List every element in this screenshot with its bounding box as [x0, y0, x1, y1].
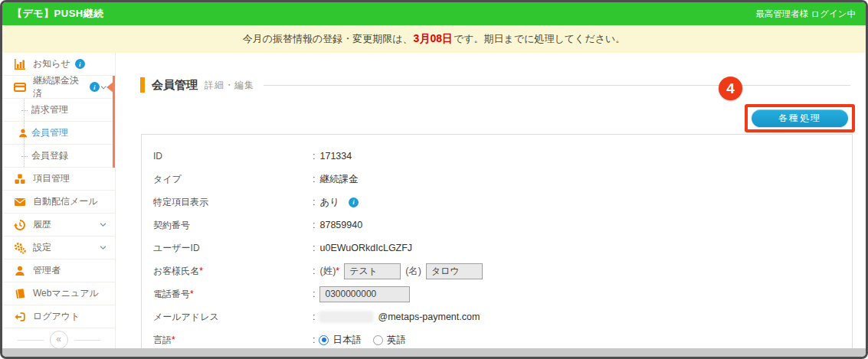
chevron-down-icon	[99, 220, 107, 229]
redacted-email-local-part	[319, 312, 373, 322]
annotation-highlight-rect: 各種処理	[745, 104, 855, 132]
user-icon	[18, 128, 28, 139]
radio-english[interactable]	[373, 335, 383, 345]
field-label: ユーザーID	[153, 242, 313, 255]
sidebar-label: 請求管理	[31, 103, 68, 116]
form-row-customer-name: お客様氏名* : (姓)* (名)	[153, 259, 852, 282]
field-label: 言語*	[153, 334, 313, 347]
envelope-icon	[14, 196, 26, 208]
sidebar-label: 会員管理	[31, 126, 68, 139]
sidebar-item-recurring-billing[interactable]: 継続課金決済 i	[2, 76, 115, 99]
colon: :	[313, 266, 315, 276]
field-label: 特定項目表示	[153, 196, 313, 209]
various-processing-button[interactable]: 各種処理	[752, 109, 848, 127]
notice-text-after: です。期日までに処理してください。	[454, 32, 625, 46]
field-value-special-display: あり	[319, 196, 339, 209]
tree-dash	[21, 156, 28, 157]
tree-dash	[21, 110, 28, 111]
radio-japanese[interactable]	[319, 335, 329, 345]
page-title: 会員管理	[152, 78, 198, 93]
sidebar-item-billing-mgmt[interactable]: 請求管理	[2, 99, 115, 122]
sidebar-label: 自動配信メール	[33, 195, 98, 208]
email-domain: @metaps-payment.com	[378, 312, 480, 322]
last-name-input[interactable]	[344, 263, 401, 279]
annotation-step-badge: 4	[719, 77, 742, 100]
field-value-user-id: u0EWuORkdIcLGZFJ	[319, 243, 412, 253]
form-row-user-id: ユーザーID : u0EWuORkdIcLGZFJ	[153, 237, 852, 259]
sign-out-icon	[14, 311, 26, 323]
colon: :	[313, 335, 315, 345]
sidebar-item-item-mgmt[interactable]: 項目管理	[2, 168, 115, 191]
form-row-type: タイプ : 継続課金	[153, 168, 852, 191]
field-label: タイプ	[153, 173, 313, 186]
last-name-label: (姓)*	[319, 265, 339, 278]
radio-japanese-label: 日本語	[332, 334, 362, 347]
field-label: ID	[153, 151, 313, 162]
sidebar-label: お知らせ	[33, 57, 70, 70]
form-row-id: ID : 171334	[153, 145, 852, 168]
sidebar-item-web-manual[interactable]: Webマニュアル	[2, 282, 115, 305]
sidebar-label: Webマニュアル	[33, 287, 99, 300]
notice-text-before: 今月の振替情報の登録・変更期限は、	[243, 32, 413, 46]
history-icon	[14, 219, 26, 231]
required-mark: *	[199, 266, 203, 276]
radio-english-label: 英語	[387, 334, 406, 347]
sidebar-item-notifications[interactable]: お知らせ i	[2, 53, 115, 76]
form-row-phone: 電話番号* :	[153, 282, 852, 305]
first-name-input[interactable]	[426, 263, 483, 279]
sidebar-label: 継続課金決済	[33, 74, 85, 100]
sidebar-label: ログアウト	[33, 310, 80, 323]
chart-bar-icon	[14, 58, 26, 70]
colon: :	[313, 243, 315, 253]
notice-deadline: 3月08日	[413, 32, 454, 46]
form-row-contract-no: 契約番号 : 87859940	[153, 214, 852, 237]
required-mark: *	[336, 266, 339, 276]
colon: :	[313, 174, 315, 184]
title-accent-bar	[140, 77, 145, 93]
sidebar-item-admin[interactable]: 管理者	[2, 259, 115, 282]
info-icon[interactable]: i	[90, 82, 100, 92]
info-icon[interactable]: i	[75, 59, 85, 69]
colon: :	[313, 151, 315, 162]
colon: :	[313, 197, 315, 207]
top-bar: 【デモ】PUSH継続 最高管理者様 ログイン中	[2, 2, 866, 25]
sidebar-label: 項目管理	[33, 172, 70, 185]
form-row-email: メールアドレス : @metaps-payment.com	[153, 305, 852, 328]
sidebar-item-member-register[interactable]: 会員登録	[2, 145, 115, 168]
sidebar-collapse-button[interactable]: «	[50, 331, 68, 349]
colon: :	[313, 289, 315, 299]
divider	[18, 340, 44, 341]
cubes-icon	[14, 173, 26, 185]
gears-icon	[14, 242, 26, 254]
info-icon[interactable]: i	[349, 197, 359, 207]
sidebar-label: 履歴	[33, 218, 51, 231]
sidebar-item-auto-mail[interactable]: 自動配信メール	[2, 191, 115, 214]
sidebar-item-member-mgmt[interactable]: 会員管理	[2, 122, 115, 145]
book-icon	[14, 288, 26, 300]
form-row-special-display: 特定項目表示 : あり i	[153, 191, 852, 214]
sidebar-item-history[interactable]: 履歴	[2, 214, 115, 237]
page-header: 会員管理 詳細・編集	[140, 77, 850, 93]
chevron-down-icon	[99, 243, 107, 252]
divider	[74, 340, 100, 341]
credit-card-icon	[14, 81, 26, 93]
phone-input[interactable]	[319, 286, 410, 302]
active-section-arrow-icon	[106, 82, 113, 93]
bottom-edge-strip	[2, 348, 866, 357]
app-title: 【デモ】PUSH継続	[12, 7, 104, 21]
required-mark: *	[172, 335, 175, 345]
field-value-contract-no: 87859940	[319, 220, 362, 230]
colon: :	[313, 312, 315, 322]
sidebar-label: 管理者	[33, 264, 61, 277]
field-label: お客様氏名*	[153, 265, 313, 278]
colon: :	[313, 220, 315, 230]
first-name-label: (名)	[405, 265, 421, 278]
page-subtitle: 詳細・編集	[205, 79, 254, 92]
field-value-type: 継続課金	[319, 173, 358, 186]
required-mark: *	[190, 289, 194, 299]
sidebar-item-logout[interactable]: ログアウト	[2, 305, 115, 328]
sidebar: お知らせ i 継続課金決済 i 請求管理 会員管理 会員登録	[2, 53, 116, 348]
field-label: 電話番号*	[153, 288, 313, 301]
sidebar-item-settings[interactable]: 設定	[2, 237, 115, 259]
field-label: 契約番号	[153, 219, 313, 232]
